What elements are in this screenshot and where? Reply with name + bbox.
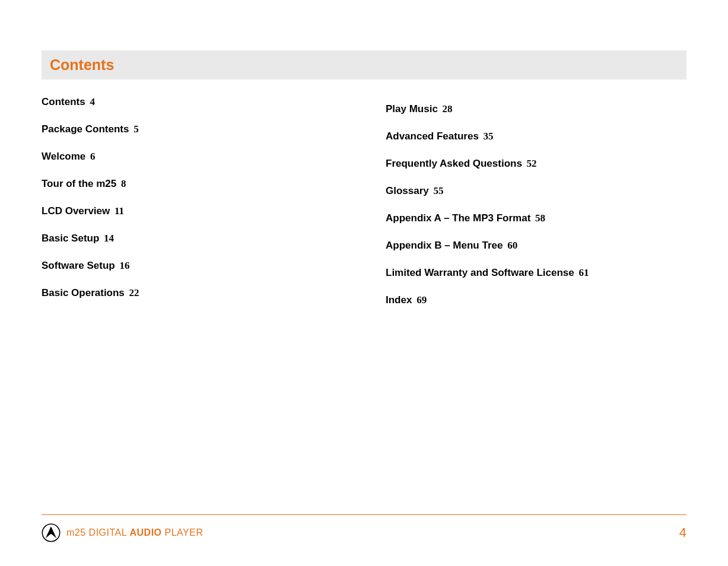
toc-label: Frequently Asked Questions xyxy=(386,158,522,169)
toc-column-left: Contents 4 Package Contents 5 Welcome 6 … xyxy=(42,96,386,322)
toc-entry: Tour of the m25 8 xyxy=(42,178,386,190)
toc-page: 5 xyxy=(133,123,139,135)
toc-page: 8 xyxy=(121,178,126,189)
toc-label: Basic Operations xyxy=(42,287,125,298)
toc-column-right: Play Music 28 Advanced Features 35 Frequ… xyxy=(386,96,686,322)
toc-label: Play Music xyxy=(386,103,438,115)
toc-page: 69 xyxy=(417,294,427,306)
toc-label: Basic Setup xyxy=(42,233,99,244)
toc-page: 6 xyxy=(90,151,96,162)
toc-entry: Package Contents 5 xyxy=(42,123,386,135)
toc-entry: Appendix B – Menu Tree 60 xyxy=(386,240,686,252)
toc-page: 61 xyxy=(578,267,589,278)
toc-page: 52 xyxy=(527,158,537,169)
toc-label: Tour of the m25 xyxy=(42,178,116,189)
page-number: 4 xyxy=(679,525,686,540)
toc-entry: Play Music 28 xyxy=(386,103,686,115)
toc-entry: Frequently Asked Questions 52 xyxy=(386,158,686,170)
toc-page: 28 xyxy=(443,103,453,115)
toc-label: Advanced Features xyxy=(386,131,479,142)
page-title: Contents xyxy=(50,56,678,74)
toc-page: 58 xyxy=(535,212,545,224)
toc-label: Glossary xyxy=(386,185,429,196)
toc-label: LCD Overview xyxy=(42,205,110,217)
toc-label: Appendix A – The MP3 Format xyxy=(386,212,530,224)
toc-columns: Contents 4 Package Contents 5 Welcome 6 … xyxy=(42,96,686,322)
toc-page: 11 xyxy=(115,205,124,217)
toc-label: Welcome xyxy=(42,151,85,162)
toc-entry: LCD Overview 11 xyxy=(42,205,386,217)
footer-left: m25 DIGITAL AUDIO PLAYER xyxy=(42,523,203,542)
footer-row: m25 DIGITAL AUDIO PLAYER 4 xyxy=(42,523,686,542)
toc-entry: Welcome 6 xyxy=(42,151,386,163)
toc-entry: Basic Operations 22 xyxy=(42,287,386,299)
toc-label: Limited Warranty and Software License xyxy=(386,267,574,278)
toc-page: 55 xyxy=(434,185,444,196)
product-bold: AUDIO xyxy=(129,527,161,538)
product-name: m25 DIGITAL AUDIO PLAYER xyxy=(66,527,203,538)
toc-entry: Index 69 xyxy=(386,294,686,306)
toc-entry: Advanced Features 35 xyxy=(386,131,686,142)
toc-label: Software Setup xyxy=(42,260,115,271)
toc-page: 22 xyxy=(129,287,139,298)
toc-label: Package Contents xyxy=(42,123,129,135)
toc-label: Appendix B – Menu Tree xyxy=(386,240,503,251)
toc-entry: Appendix A – The MP3 Format 58 xyxy=(386,212,686,224)
footer-divider xyxy=(42,514,686,515)
toc-entry: Limited Warranty and Software License 61 xyxy=(386,267,686,279)
product-suffix: PLAYER xyxy=(162,527,204,538)
page-footer: m25 DIGITAL AUDIO PLAYER 4 xyxy=(42,514,686,542)
toc-entry: Basic Setup 14 xyxy=(42,233,386,244)
toc-page: 14 xyxy=(104,233,114,244)
toc-entry: Contents 4 xyxy=(42,96,386,108)
product-prefix: m25 DIGITAL xyxy=(66,527,129,538)
toc-page: 16 xyxy=(119,260,129,271)
toc-page: 60 xyxy=(507,240,517,251)
toc-label: Index xyxy=(386,294,412,306)
toc-entry: Glossary 55 xyxy=(386,185,686,197)
motorola-logo-icon xyxy=(42,523,61,542)
toc-entry: Software Setup 16 xyxy=(42,260,386,272)
toc-page: 35 xyxy=(484,131,494,142)
contents-header-bar: Contents xyxy=(42,50,686,80)
toc-label: Contents xyxy=(42,96,85,107)
toc-page: 4 xyxy=(90,96,95,107)
